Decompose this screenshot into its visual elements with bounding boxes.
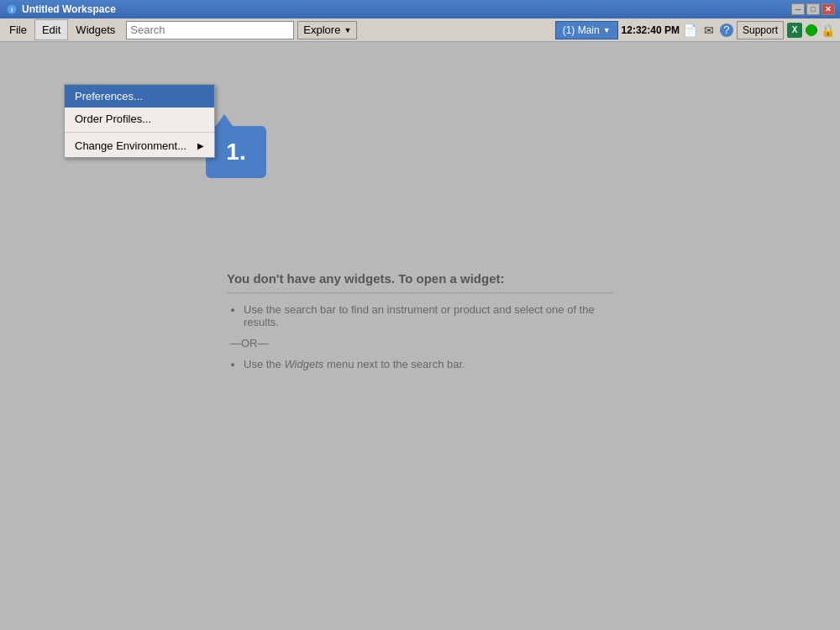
lock-icon[interactable]: 🔒 [821,24,835,37]
help-icon[interactable]: ? [720,24,733,37]
minimize-button[interactable]: ─ [791,3,805,15]
app-icon: i [5,3,18,16]
email-icon[interactable]: ✉ [701,23,717,38]
dropdown-separator [65,132,214,133]
window-controls: ─ □ ✕ [791,3,835,15]
menu-widgets[interactable]: Widgets [68,19,123,40]
title-bar: i Untitled Workspace ─ □ ✕ [0,0,840,18]
main-workspace-button[interactable]: (1) Main ▼ [555,21,618,39]
dropdown-item-preferences[interactable]: Preferences... [65,85,214,108]
status-indicator [806,24,817,36]
no-widgets-heading: You don't have any widgets. To open a wi… [227,271,613,293]
restore-button[interactable]: □ [806,3,820,15]
center-message: You don't have any widgets. To open a wi… [227,271,613,379]
or-divider: —OR— [227,337,613,349]
menu-right: (1) Main ▼ 12:32:40 PM 📄 ✉ ? Support X 🔒 [555,21,838,39]
menu-file[interactable]: File [2,19,34,40]
main-content: Preferences... Order Profiles... Change … [0,42,840,630]
explore-arrow-icon: ▼ [344,26,351,34]
document-icon[interactable]: 📄 [683,23,698,38]
dropdown-item-change-environment[interactable]: Change Environment... ▶ [65,134,214,157]
svg-text:i: i [11,6,13,13]
menu-edit[interactable]: Edit [34,19,68,40]
window-title: Untitled Workspace [22,3,791,15]
edit-dropdown-menu: Preferences... Order Profiles... Change … [64,84,215,158]
instruction-2: Use the Widgets menu next to the search … [244,358,613,370]
support-button[interactable]: Support [737,21,784,39]
search-input[interactable] [126,21,294,39]
menu-bar: File Edit Widgets Explore ▼ (1) Main ▼ 1… [0,18,840,42]
instruction-1: Use the search bar to find an instrument… [244,303,613,328]
time-display: 12:32:40 PM [622,24,680,36]
explore-button[interactable]: Explore ▼ [297,21,357,39]
main-arrow-icon: ▼ [603,26,611,34]
dropdown-item-order-profiles[interactable]: Order Profiles... [65,108,214,130]
excel-icon[interactable]: X [787,23,802,38]
submenu-arrow-icon: ▶ [197,141,204,150]
close-button[interactable]: ✕ [822,3,835,15]
